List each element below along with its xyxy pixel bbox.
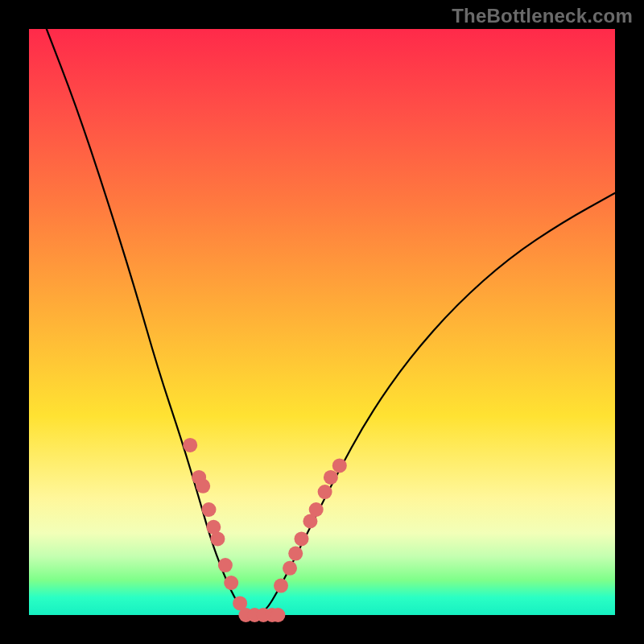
curve-marker [288,547,303,561]
curve-marker [202,502,217,517]
curve-marker [332,458,347,473]
curve-marker [183,438,197,452]
curve-marker [318,485,332,499]
curve-marker [210,531,225,546]
curve-marker [324,470,338,485]
curve-marker [196,479,210,493]
chart-svg [0,0,644,644]
curve-marker [274,579,288,593]
curve-marker [309,502,324,517]
curve-marker [224,576,238,590]
chart-frame: TheBottleneck.com [0,0,644,644]
bottleneck-curve [47,29,615,615]
curve-marker [270,608,285,622]
curve-marker [295,531,309,546]
curve-marker [283,561,297,576]
curve-marker [218,558,233,572]
curve-markers [183,438,347,622]
